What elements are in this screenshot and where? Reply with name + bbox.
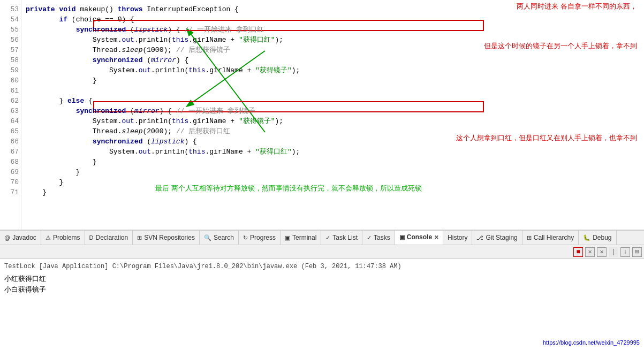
- code-line-66: synchronized (lipstick) {: [26, 136, 640, 147]
- svn-icon: ⊞: [137, 234, 142, 241]
- tab-tasklist-label: Task List: [332, 234, 358, 241]
- view-button[interactable]: ⊞: [632, 247, 642, 257]
- console-path: TestLock [Java Application] C:\Program F…: [4, 261, 640, 272]
- tab-gitstaging[interactable]: ⎇ Git Staging: [472, 231, 522, 245]
- console-output: TestLock [Java Application] C:\Program F…: [0, 259, 644, 350]
- console-line-2: 小白获得镜子: [4, 285, 640, 295]
- javadoc-icon: @: [4, 234, 10, 241]
- tab-svn[interactable]: ⊞ SVN Repositories: [133, 231, 200, 245]
- tab-declaration-label: Declaration: [96, 234, 128, 241]
- console-icon: ▣: [399, 234, 405, 241]
- code-line-58: synchronized (mirror) {: [26, 55, 640, 65]
- code-line-56: System.out.println(this.girlName + "获得口红…: [26, 35, 640, 45]
- tab-problems[interactable]: ⚠ Problems: [41, 231, 85, 245]
- tab-callhierarchy[interactable]: ⊞ Call Hierarchy: [522, 231, 579, 245]
- scroll-button[interactable]: ↓: [620, 247, 630, 257]
- tab-terminal-label: Terminal: [292, 234, 316, 241]
- code-line-57: Thread.sleep(1000); // 后想获得镜子: [26, 45, 640, 55]
- tab-javadoc-label: Javadoc: [12, 234, 36, 241]
- search-icon: 🔍: [204, 234, 211, 241]
- tab-history-label: History: [448, 234, 467, 241]
- progress-icon: ↻: [243, 234, 248, 241]
- code-line-62: } else {: [26, 96, 640, 106]
- code-line-69: }: [26, 167, 640, 177]
- code-line-63: synchronized (mirror) { // 一开始进来 拿到镜子: [26, 106, 640, 116]
- code-line-61: [26, 86, 640, 96]
- code-line-54: if (choice == 0) {: [26, 14, 640, 25]
- console-line-1: 小红获得口红: [4, 274, 640, 285]
- code-line-53: private void makeup() throws Interrupted…: [26, 4, 640, 14]
- tab-progress[interactable]: ↻ Progress: [239, 231, 281, 245]
- tab-declaration[interactable]: D Declaration: [85, 231, 133, 245]
- tasks-icon: ✓: [367, 234, 372, 241]
- git-icon: ⎇: [476, 234, 483, 241]
- tab-bar: @ Javadoc ⚠ Problems D Declaration ⊞ SVN…: [0, 230, 644, 245]
- tab-terminal[interactable]: ▣ Terminal: [281, 231, 321, 245]
- tab-history[interactable]: History: [443, 231, 472, 245]
- callhierarchy-icon: ⊞: [527, 234, 532, 241]
- code-line-71: }: [26, 187, 640, 197]
- stop-button[interactable]: ■: [573, 247, 583, 257]
- code-line-68: }: [26, 157, 640, 167]
- code-line-65: Thread.sleep(2000); // 后想获得口红: [26, 126, 640, 136]
- tasklist-icon: ✓: [325, 234, 330, 241]
- tab-problems-label: Problems: [53, 234, 80, 241]
- tab-progress-label: Progress: [250, 234, 276, 241]
- tab-tasklist[interactable]: ✓ Task List: [321, 231, 362, 245]
- tab-console-label: Console: [407, 233, 432, 241]
- code-line-59: System.out.println(this.girlName + "获得镜子…: [26, 65, 640, 75]
- code-line-70: }: [26, 177, 640, 187]
- declaration-icon: D: [89, 234, 94, 241]
- tab-search[interactable]: 🔍 Search: [200, 231, 239, 245]
- tab-gitstaging-label: Git Staging: [486, 234, 517, 241]
- tab-svn-label: SVN Repositories: [144, 234, 195, 241]
- tab-javadoc[interactable]: @ Javadoc: [0, 231, 41, 245]
- console-toolbar: ■ ✕ ✕ | ↓ ⊞: [0, 245, 644, 259]
- debug-icon: 🐛: [583, 234, 590, 241]
- code-line-67: System.out.println(this.girlName + "获得口红…: [26, 147, 640, 157]
- tab-tasks-label: Tasks: [374, 234, 390, 241]
- problems-icon: ⚠: [46, 234, 51, 241]
- code-area: private void makeup() throws Interrupted…: [21, 0, 644, 230]
- separator1: |: [609, 247, 618, 257]
- code-line-55: synchronized (lipstick) { // 一开始进来 拿到口红: [26, 25, 640, 35]
- console-close-icon: ✕: [434, 234, 438, 240]
- remove-button[interactable]: ✕: [597, 247, 607, 257]
- tab-tasks[interactable]: ✓ Tasks: [362, 231, 395, 245]
- tab-debug[interactable]: 🐛 Debug: [579, 231, 616, 245]
- line-numbers: 53 54 55 56 57 58 59 60 61 62 63 64 65 6…: [0, 0, 21, 230]
- tab-console[interactable]: ▣ Console ✕: [395, 231, 443, 245]
- terminate-button[interactable]: ✕: [585, 247, 595, 257]
- code-editor: 53 54 55 56 57 58 59 60 61 62 63 64 65 6…: [0, 0, 644, 230]
- horizontal-scrollbar[interactable]: [0, 230, 644, 230]
- watermark: https://blog.csdn.net/weixin_4729995: [543, 337, 640, 348]
- terminal-icon: ▣: [285, 234, 290, 241]
- tab-debug-label: Debug: [593, 234, 611, 241]
- code-line-64: System.out.println(this.girlName + "获得镜子…: [26, 116, 640, 126]
- tab-callhierarchy-label: Call Hierarchy: [534, 234, 574, 241]
- tab-search-label: Search: [214, 234, 234, 241]
- bottom-panel: ■ ✕ ✕ | ↓ ⊞ TestLock [Java Application] …: [0, 245, 644, 350]
- code-line-60: }: [26, 75, 640, 86]
